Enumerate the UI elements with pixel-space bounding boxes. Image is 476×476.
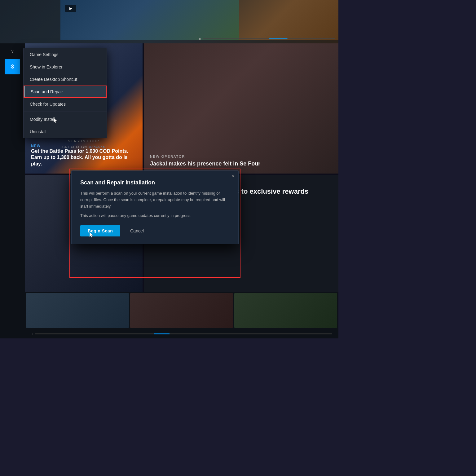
modal-body-line1: This will perform a scan on your current… xyxy=(80,190,230,209)
menu-item-scan-and-repair[interactable]: Scan and Repair xyxy=(24,86,107,98)
new-operator-card[interactable]: NEW OPERATOR Jackal makes his presence f… xyxy=(144,43,338,174)
top-right-banner-card xyxy=(239,0,338,40)
video-icon[interactable]: ▶ xyxy=(65,5,76,12)
bottom-progress-track xyxy=(35,333,332,334)
menu-item-create-desktop-shortcut[interactable]: Create Desktop Shortcut xyxy=(24,73,107,86)
menu-item-check-for-updates[interactable]: Check for Updates xyxy=(24,98,107,110)
menu-item-modify-install[interactable]: Modify Install xyxy=(24,113,107,126)
thumbnail-1[interactable] xyxy=(26,293,129,328)
top-progress-bar-area: ⏸ xyxy=(195,36,338,42)
scan-repair-modal: × Scan and Repair Installation This will… xyxy=(71,170,239,244)
bottom-pause-icon: ⏸ xyxy=(31,332,34,336)
cancel-button[interactable]: Cancel xyxy=(124,225,150,236)
sidebar-settings-button[interactable]: ⚙ xyxy=(5,59,20,74)
menu-item-uninstall[interactable]: Uninstall xyxy=(24,126,107,138)
sidebar-collapse-arrow[interactable]: ∨ xyxy=(6,46,19,56)
top-progress-fill xyxy=(269,38,288,39)
new-operator-description: Jackal makes his presence felt in Se Fou… xyxy=(150,160,332,167)
new-operator-badge: NEW OPERATOR xyxy=(150,155,332,158)
context-menu: Game Settings Show in Explorer Create De… xyxy=(23,48,107,138)
top-progress-track xyxy=(203,38,335,39)
gear-icon: ⚙ xyxy=(10,63,15,70)
thumbnail-strip xyxy=(25,292,338,329)
modal-actions: Begin Scan Cancel xyxy=(80,225,230,236)
thumbnail-2[interactable] xyxy=(130,293,233,328)
modal-close-button[interactable]: × xyxy=(232,174,235,179)
bottom-progress-fill xyxy=(154,333,170,334)
operator-background xyxy=(144,43,338,174)
battle-pass-description: Get the Battle Pass for 1,000 COD Points… xyxy=(31,148,136,167)
sidebar: ∨ ⚙ xyxy=(0,43,25,338)
thumbnail-3[interactable] xyxy=(234,293,337,328)
new-badge: NEW xyxy=(31,144,136,148)
operator-content: NEW OPERATOR Jackal makes his presence f… xyxy=(150,155,332,167)
top-progress-pause-icon: ⏸ xyxy=(198,37,201,41)
modal-body: This will perform a scan on your current… xyxy=(80,190,230,219)
begin-scan-button[interactable]: Begin Scan xyxy=(80,225,120,236)
menu-item-show-in-explorer[interactable]: Show in Explorer xyxy=(24,61,107,73)
modal-title: Scan and Repair Installation xyxy=(80,179,230,186)
top-left-banner-card xyxy=(60,0,239,40)
modal-body-line2: This action will pause any game updates … xyxy=(80,213,230,219)
menu-divider xyxy=(24,112,107,112)
bottom-progress-bar: ⏸ xyxy=(25,329,338,338)
battle-pass-season: SEASON FOUR xyxy=(54,139,113,143)
menu-item-game-settings[interactable]: Game Settings xyxy=(24,48,107,61)
battle-pass-bottom: NEW Get the Battle Pass for 1,000 COD Po… xyxy=(31,144,136,167)
